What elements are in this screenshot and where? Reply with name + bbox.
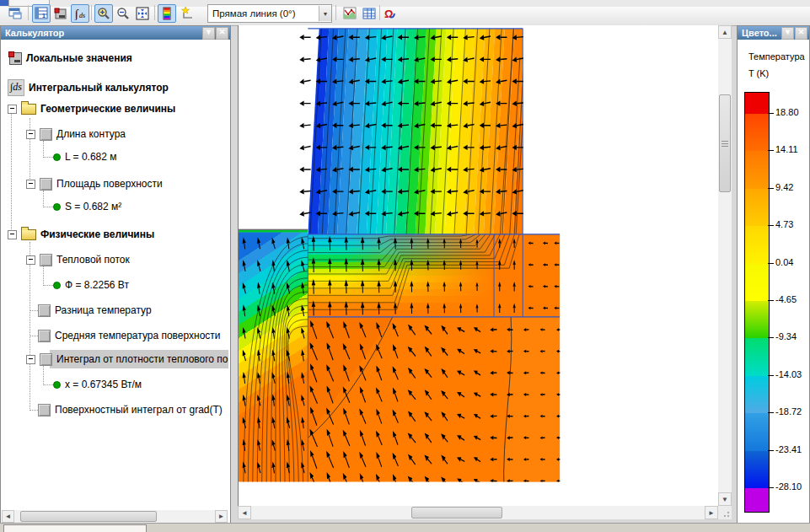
checkbox-icon[interactable] — [40, 254, 52, 266]
tree-value-area[interactable]: S = 0.682 м² — [53, 197, 121, 216]
scroll-thumb[interactable] — [20, 511, 157, 522]
chevron-down-icon[interactable]: ▼ — [319, 6, 331, 21]
calculator-panel-header[interactable]: Калькулятор — [1, 26, 230, 40]
legend-tick-label: 14.11 — [775, 144, 798, 154]
bullet-icon — [53, 381, 61, 389]
harmonics-button[interactable]: Ω — [382, 4, 400, 23]
close-panel-icon[interactable]: ✕ — [795, 27, 807, 40]
temperature-field-plot — [239, 25, 719, 506]
scroll-up-icon[interactable]: ▲ — [718, 25, 732, 39]
bullet-icon — [53, 203, 61, 211]
tree-item-flux-density-integral[interactable]: Интеграл от плотности теплового по — [26, 350, 228, 368]
xy-plot-icon — [343, 7, 357, 20]
toolbar-separator — [91, 5, 92, 20]
toolbar-separator — [335, 5, 336, 20]
color-scale-icon — [160, 7, 174, 20]
resize-grip — [718, 506, 732, 519]
results-dock-tab[interactable] — [3, 524, 147, 532]
checkbox-icon[interactable] — [40, 353, 52, 366]
toolbar-separator — [379, 5, 380, 20]
legend-tick-label: -9.34 — [775, 331, 797, 341]
new-window-button[interactable] — [6, 4, 24, 23]
tree-item-physical[interactable]: Физические величины — [8, 225, 154, 244]
svg-text:Ω: Ω — [384, 8, 393, 20]
tree-item-geometric[interactable]: Геометрические величины — [8, 99, 175, 118]
field-plot-canvas[interactable] — [238, 25, 719, 506]
zoom-fit-button[interactable] — [133, 4, 152, 23]
tree-value-length[interactable]: L = 0.682 м — [53, 148, 117, 166]
bullet-icon — [53, 282, 61, 289]
collapse-expander-icon[interactable] — [26, 180, 35, 189]
svg-text:1: 1 — [42, 13, 46, 19]
combobox-value: Прямая линия (0°) — [208, 8, 319, 19]
table-button[interactable] — [360, 4, 378, 23]
legend-tick-label: -23.41 — [775, 444, 802, 454]
color-legend-panel: Цвето... ▼ ✕ Температура T (K) 18.8014.1… — [737, 25, 810, 526]
collapse-expander-icon[interactable] — [8, 230, 17, 239]
collapse-expander-icon[interactable] — [26, 355, 35, 364]
calculator-hscrollbar[interactable]: ◄ ► — [2, 510, 228, 523]
tree-value-flux-density[interactable]: x = 0.67345 Вт/м — [53, 375, 142, 394]
tree-item-integral-calculator[interactable]: ∫dsИнтегральный калькулятор — [8, 78, 169, 97]
legend-tick-label: 9.42 — [775, 182, 793, 192]
legend-tick-label: -18.72 — [775, 406, 802, 416]
local-values-icon — [9, 52, 22, 65]
folder-icon — [21, 229, 36, 240]
table-icon — [362, 7, 376, 20]
xy-plot-button[interactable] — [341, 4, 359, 23]
scroll-left-icon[interactable]: ◄ — [2, 510, 14, 523]
contour-type-combobox[interactable]: Прямая линия (0°) ▼ — [207, 4, 332, 23]
legend-tick-label: 0.04 — [775, 257, 793, 267]
toolbar-separator — [28, 5, 29, 20]
tree-item-surface-area[interactable]: Площадь поверхности — [26, 175, 163, 193]
zoom-out-button[interactable] — [114, 4, 132, 23]
tree-item-heat-flux[interactable]: Тепловой поток — [26, 250, 130, 269]
checkbox-icon[interactable] — [40, 128, 52, 141]
checkbox-icon[interactable] — [38, 330, 51, 342]
collapse-expander-icon[interactable] — [26, 130, 35, 139]
scroll-left-icon[interactable]: ◄ — [238, 506, 251, 519]
integral-icon: ∫ds — [8, 79, 24, 96]
bullet-icon — [53, 153, 61, 161]
scroll-right-icon[interactable]: ► — [705, 506, 718, 519]
plot-vscrollbar[interactable]: ▲ ▼ — [718, 25, 732, 506]
scroll-thumb[interactable] — [719, 94, 731, 192]
scroll-down-icon[interactable]: ▼ — [718, 492, 732, 506]
collapse-panel-icon[interactable]: ▼ — [781, 27, 794, 40]
local-values-button[interactable] — [51, 4, 70, 23]
tree-item-contour-length[interactable]: Длина контура — [26, 125, 126, 143]
zoom-in-button[interactable] — [94, 4, 113, 23]
field-picture-button[interactable]: 1 — [32, 4, 51, 23]
checkbox-icon[interactable] — [38, 304, 51, 317]
zoom-out-icon — [116, 7, 130, 20]
zoom-in-icon — [97, 7, 110, 20]
legend-quantity-label: Температура — [748, 51, 805, 62]
tree-item-temp-difference[interactable]: Разница температур — [38, 301, 152, 320]
close-panel-icon[interactable]: ✕ — [216, 27, 228, 40]
legend-tick-label: 18.80 — [775, 107, 799, 117]
checkbox-icon[interactable] — [38, 404, 51, 416]
collapse-panel-icon[interactable]: ▼ — [202, 27, 215, 40]
color-scale-button[interactable] — [158, 4, 176, 23]
integral-calculator-button[interactable]: ∫ds — [71, 4, 89, 23]
zoom-fit-icon — [136, 7, 149, 20]
calculator-tree: Локальные значения ∫dsИнтегральный кальк… — [1, 40, 230, 509]
svg-text:ds: ds — [79, 12, 85, 19]
integral-icon: ∫ds — [73, 7, 87, 20]
collapse-expander-icon[interactable] — [26, 255, 35, 265]
tree-item-grad-integral[interactable]: Поверхностный интеграл от grad(T) — [38, 400, 223, 419]
plot-hscrollbar[interactable]: ◄ ► — [238, 506, 718, 519]
checkbox-icon[interactable] — [40, 178, 52, 191]
legend-tick-label: 4.73 — [775, 219, 793, 229]
collapse-expander-icon[interactable] — [8, 105, 17, 114]
calculator-panel: Калькулятор ▼ ✕ Локальные значения ∫dsИн… — [0, 25, 231, 524]
tree-value-heat-flux[interactable]: Ф = 8.2256 Вт — [53, 276, 129, 294]
tree-item-local-values[interactable]: Локальные значения — [9, 49, 132, 67]
local-values-icon — [54, 7, 67, 20]
tree-item-avg-surface-temp[interactable]: Средняя температура поверхности — [38, 326, 221, 345]
scroll-right-icon[interactable]: ► — [215, 510, 228, 523]
add-contour-button[interactable] — [179, 4, 197, 23]
folder-icon — [21, 104, 36, 115]
scroll-thumb[interactable] — [411, 507, 502, 519]
legend-tick-label: -4.65 — [775, 294, 797, 304]
